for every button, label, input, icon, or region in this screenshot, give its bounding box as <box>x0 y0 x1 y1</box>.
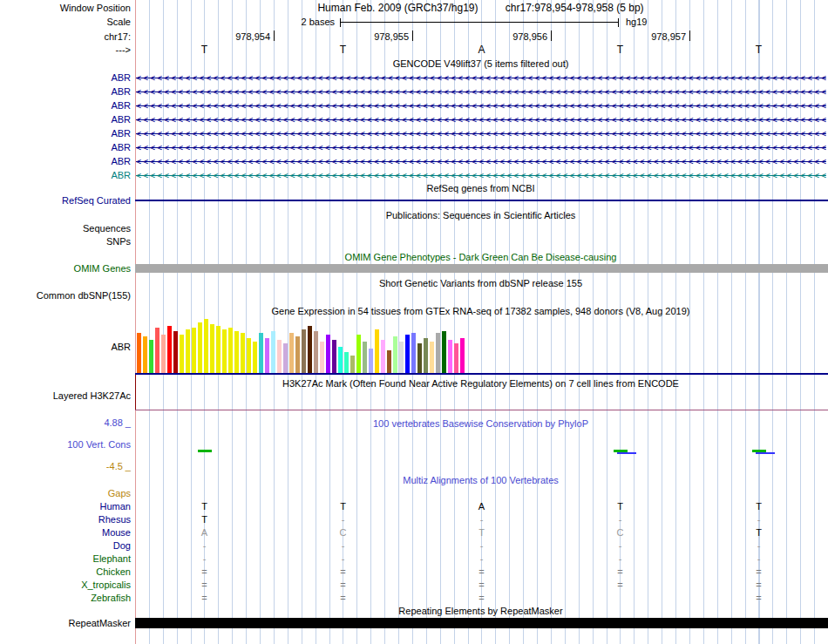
gtex-expression-bar[interactable] <box>216 326 221 373</box>
gtex-expression-bar[interactable] <box>259 333 263 373</box>
gtex-expression-bar[interactable] <box>375 329 379 373</box>
gtex-expression-bar[interactable] <box>161 335 166 373</box>
gtex-expression-bar[interactable] <box>320 342 324 373</box>
refseq-curated-gene-bar[interactable] <box>135 200 828 201</box>
gtex-expression-bar[interactable] <box>369 349 373 373</box>
vert-cons-label[interactable]: 100 Vert. Cons <box>0 439 131 451</box>
multiz-species-label[interactable]: Chicken <box>0 566 131 578</box>
gtex-expression-bar[interactable] <box>265 338 269 373</box>
gencode-track-title[interactable]: GENCODE V49lift37 (5 items filtered out) <box>135 58 826 70</box>
publications-track-title[interactable]: Publications: Sequences in Scientific Ar… <box>135 210 826 221</box>
gtex-expression-bar[interactable] <box>143 336 147 373</box>
omim-genes-label[interactable]: OMIM Genes <box>0 263 131 275</box>
gtex-expression-bar[interactable] <box>241 333 245 373</box>
multiz-species-label[interactable]: Elephant <box>0 553 131 565</box>
refseq-curated-label[interactable]: RefSeq Curated <box>0 195 131 207</box>
gtex-expression-bar[interactable] <box>137 333 141 373</box>
multiz-species-label[interactable]: Human <box>0 501 131 512</box>
gencode-transcript[interactable]: <<<<<<<<<<<<<<<<<<<<<<<<<<<<<<<<<<<<<<<<… <box>136 114 826 125</box>
gtex-expression-bar[interactable] <box>344 352 349 373</box>
gtex-expression-bar[interactable] <box>442 331 446 373</box>
gtex-expression-bar[interactable] <box>180 335 184 373</box>
gtex-expression-bar[interactable] <box>289 333 294 373</box>
gtex-expression-bar[interactable] <box>430 342 434 373</box>
publications-snps-label[interactable]: SNPs <box>0 236 131 247</box>
repeatmasker-track-title[interactable]: Repeating Elements by RepeatMasker <box>135 606 826 617</box>
gtex-expression-bar[interactable] <box>350 356 355 373</box>
common-dbsnp-label[interactable]: Common dbSNP(155) <box>0 290 131 302</box>
gtex-expression-bar[interactable] <box>417 343 422 373</box>
gencode-item-label[interactable]: ABR <box>0 142 131 153</box>
multiz-track-title[interactable]: Multiz Alignments of 100 Vertebrates <box>135 475 826 486</box>
gtex-expression-bar[interactable] <box>192 328 196 373</box>
gencode-item-label[interactable]: ABR <box>0 72 131 84</box>
gencode-item-label[interactable]: ABR <box>0 128 131 139</box>
gtex-expression-bar[interactable] <box>436 333 440 373</box>
publications-sequences-label[interactable]: Sequences <box>0 223 131 234</box>
gtex-gene-label[interactable]: ABR <box>0 342 131 353</box>
gtex-expression-bar[interactable] <box>283 343 288 373</box>
multiz-species-label[interactable]: Mouse <box>0 527 131 539</box>
gencode-item-label[interactable]: ABR <box>0 100 131 112</box>
gencode-item-label[interactable]: ABR <box>0 86 131 98</box>
gtex-expression-bar[interactable] <box>277 340 282 373</box>
gtex-expression-bar[interactable] <box>253 342 257 373</box>
gtex-expression-bar[interactable] <box>424 338 428 373</box>
gtex-expression-bar[interactable] <box>326 335 330 373</box>
gtex-expression-bar[interactable] <box>247 338 251 373</box>
gtex-expression-bar[interactable] <box>387 350 391 373</box>
gtex-expression-bar[interactable] <box>460 338 465 373</box>
gencode-transcript[interactable]: <<<<<<<<<<<<<<<<<<<<<<<<<<<<<<<<<<<<<<<<… <box>136 72 826 84</box>
gencode-item-label[interactable]: ABR <box>0 170 131 181</box>
gtex-expression-bar[interactable] <box>155 328 159 373</box>
gtex-expression-bar[interactable] <box>173 331 178 373</box>
gtex-expression-bar[interactable] <box>271 331 275 373</box>
omim-track-title[interactable]: OMIM Gene Phenotypes - Dark Green Can Be… <box>135 252 826 263</box>
gencode-transcript[interactable]: <<<<<<<<<<<<<<<<<<<<<<<<<<<<<<<<<<<<<<<<… <box>136 156 826 167</box>
gtex-expression-bar[interactable] <box>393 336 397 373</box>
gtex-expression-bar[interactable] <box>302 329 306 373</box>
gencode-transcript[interactable]: <<<<<<<<<<<<<<<<<<<<<<<<<<<<<<<<<<<<<<<<… <box>136 142 826 153</box>
gtex-expression-bar[interactable] <box>186 329 190 373</box>
gtex-expression-bar[interactable] <box>405 335 410 373</box>
multiz-species-label[interactable]: Zebrafish <box>0 593 131 604</box>
gtex-expression-bar[interactable] <box>448 340 452 373</box>
gtex-expression-bar[interactable] <box>399 342 404 373</box>
layered-h3k27ac-label[interactable]: Layered H3K27Ac <box>0 390 131 402</box>
gtex-expression-bar[interactable] <box>314 331 318 373</box>
repeatmasker-label[interactable]: RepeatMasker <box>0 618 131 629</box>
gencode-item-label[interactable]: ABR <box>0 114 131 125</box>
gtex-expression-bar[interactable] <box>198 322 202 373</box>
h3k27ac-track-title[interactable]: H3K27Ac Mark (Often Found Near Active Re… <box>135 378 826 390</box>
gtex-expression-bar[interactable] <box>332 340 336 373</box>
refseq-track-title[interactable]: RefSeq genes from NCBI <box>135 183 826 194</box>
dbsnp-track-title[interactable]: Short Genetic Variants from dbSNP releas… <box>135 278 826 289</box>
gtex-expression-bar[interactable] <box>204 319 208 373</box>
gencode-item-label[interactable]: ABR <box>0 156 131 167</box>
gtex-expression-bar[interactable] <box>363 342 367 373</box>
gtex-expression-bar[interactable] <box>222 329 227 373</box>
gencode-transcript[interactable]: <<<<<<<<<<<<<<<<<<<<<<<<<<<<<<<<<<<<<<<<… <box>136 170 826 181</box>
gencode-transcript[interactable]: <<<<<<<<<<<<<<<<<<<<<<<<<<<<<<<<<<<<<<<<… <box>136 100 826 112</box>
gtex-expression-bar[interactable] <box>308 326 312 373</box>
gtex-expression-bar[interactable] <box>356 335 361 373</box>
multiz-species-label[interactable]: X_tropicalis <box>0 580 131 591</box>
gtex-expression-bar[interactable] <box>381 340 385 373</box>
gencode-transcript[interactable]: <<<<<<<<<<<<<<<<<<<<<<<<<<<<<<<<<<<<<<<<… <box>136 86 826 98</box>
gtex-expression-bar[interactable] <box>149 340 153 373</box>
gtex-expression-bar[interactable] <box>228 328 233 373</box>
omim-gene-bar[interactable] <box>135 264 828 273</box>
multiz-species-label[interactable]: Gaps <box>0 488 131 499</box>
gtex-expression-bar[interactable] <box>167 326 172 373</box>
gtex-expression-bar[interactable] <box>454 343 458 373</box>
gtex-track-title[interactable]: Gene Expression in 54 tissues from GTEx … <box>135 306 826 317</box>
gtex-expression-bar[interactable] <box>411 333 416 373</box>
multiz-species-label[interactable]: Dog <box>0 540 131 552</box>
multiz-species-label[interactable]: Rhesus <box>0 514 131 525</box>
gtex-expression-bar[interactable] <box>295 336 300 373</box>
gtex-expression-bar[interactable] <box>234 331 239 373</box>
repeatmasker-element-bar[interactable] <box>135 618 828 628</box>
gtex-expression-bar[interactable] <box>210 324 214 373</box>
gencode-transcript[interactable]: <<<<<<<<<<<<<<<<<<<<<<<<<<<<<<<<<<<<<<<<… <box>136 128 826 139</box>
gtex-expression-bar[interactable] <box>338 347 343 373</box>
